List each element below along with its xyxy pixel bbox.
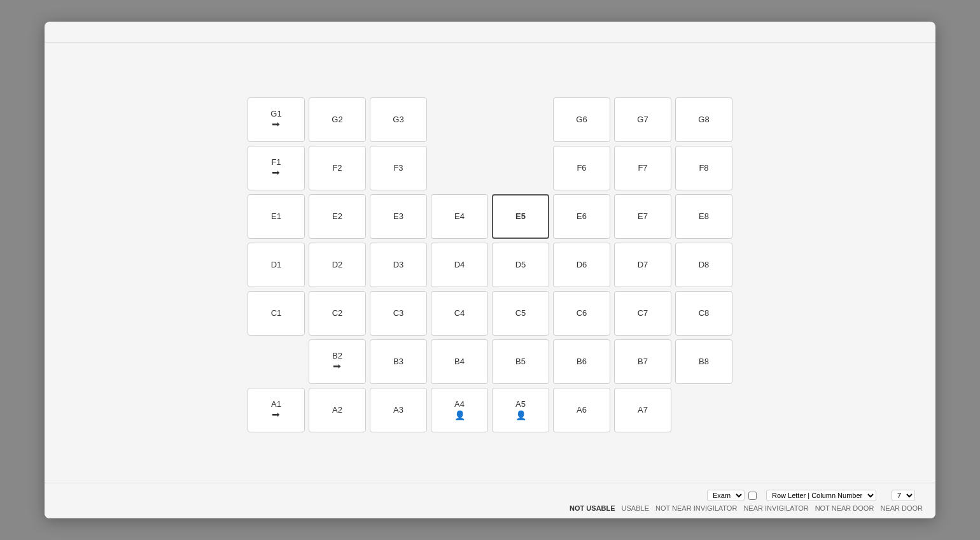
legend-item-near-invigilator[interactable]: NEAR INVIGILATOR [743,504,808,512]
seat-E3[interactable]: E3 [370,194,427,239]
seat-A6[interactable]: A6 [553,388,610,432]
seat-C5[interactable]: C5 [492,291,549,336]
seat-label: F7 [638,163,647,173]
default-for-room-checkbox[interactable] [748,492,757,500]
seat-C2[interactable]: C2 [309,291,366,336]
seat-B4[interactable]: B4 [431,339,488,384]
seat-C7[interactable]: C7 [614,291,671,336]
layout-type-select[interactable]: Exam [707,490,745,501]
seat-E5[interactable]: E5 [492,194,549,239]
seat-label: G8 [698,115,709,124]
seat-G3[interactable]: G3 [370,97,427,142]
seat-label: E6 [577,211,587,221]
person-icon: 👤 [454,410,465,420]
seat-labels-select[interactable]: Row Letter | Column Number [766,490,876,501]
legend-row: NOT USABLEUSABLENOT NEAR INVIGILATORNEAR… [570,504,923,512]
seat-label: A3 [393,405,403,415]
default-for-room-label [748,492,759,500]
seat-label: C6 [577,308,587,318]
seat-A5[interactable]: A5👤 [492,388,549,432]
close-button[interactable] [913,32,923,37]
seat-label: E2 [332,211,342,221]
seat-D6[interactable]: D6 [553,243,610,287]
seat-B2[interactable]: B2⮕ [309,339,366,384]
footer-right: Exam Row Letter | Column Number 7 [570,490,923,512]
seat-D7[interactable]: D7 [614,243,671,287]
seat-label: C2 [332,308,343,318]
columns-select[interactable]: 7 [892,490,915,501]
seat-F2[interactable]: F2 [309,146,366,190]
seat-label: B6 [577,357,587,366]
legend-item-not-usable[interactable]: NOT USABLE [570,504,615,512]
seat-F3[interactable]: F3 [370,146,427,190]
seat-label: A1 [271,399,281,409]
seat-G6[interactable]: G6 [553,97,610,142]
legend-item-near-door[interactable]: NEAR DOOR [880,504,923,512]
seat-E2[interactable]: E2 [309,194,366,239]
seat-D8[interactable]: D8 [675,243,732,287]
modal-body: G1⮕G2G3G6G7G8F1⮕F2F3F6F7F8E1E2E3E4E5E6E7… [45,43,935,483]
seat-D3[interactable]: D3 [370,243,427,287]
seat-E6[interactable]: E6 [553,194,610,239]
seat-B3[interactable]: B3 [370,339,427,384]
seat-A4[interactable]: A4👤 [431,388,488,432]
seat-C4[interactable]: C4 [431,291,488,336]
person-icon: 👤 [515,410,526,420]
seat-F1[interactable]: F1⮕ [248,146,305,190]
seat-D1[interactable]: D1 [248,243,305,287]
seat-A2[interactable]: A2 [309,388,366,432]
seat-B6[interactable]: B6 [553,339,610,384]
seat-A7[interactable]: A7 [614,388,671,432]
seat-B5[interactable]: B5 [492,339,549,384]
seat-row-E: E1E2E3E4E5E6E7E8 [248,194,732,239]
legend-item-not-near-door[interactable]: NOT NEAR DOOR [815,504,874,512]
seat-label: F6 [577,163,586,173]
seat-label: B8 [699,357,709,366]
seat-gap [431,97,488,142]
seat-label: A7 [638,405,648,415]
seat-row-D: D1D2D3D4D5D6D7D8 [248,243,732,287]
seat-label: F1 [271,157,281,167]
seat-label: B7 [638,357,648,366]
seat-G8[interactable]: G8 [675,97,732,142]
seat-label: G7 [637,115,648,124]
modal-footer: Exam Row Letter | Column Number 7 [45,483,935,518]
seat-E4[interactable]: E4 [431,194,488,239]
legend-item-usable[interactable]: USABLE [622,504,649,512]
seat-label: B5 [515,357,526,366]
seating-area: G1⮕G2G3G6G7G8F1⮕F2F3F6F7F8E1E2E3E4E5E6E7… [64,55,916,474]
seat-label: E1 [271,211,281,221]
seat-A3[interactable]: A3 [370,388,427,432]
seat-G1[interactable]: G1⮕ [248,97,305,142]
seat-C6[interactable]: C6 [553,291,610,336]
seat-label: C8 [699,308,710,318]
seat-E1[interactable]: E1 [248,194,305,239]
seat-F6[interactable]: F6 [553,146,610,190]
footer-controls: Exam Row Letter | Column Number 7 [703,490,923,501]
seat-E8[interactable]: E8 [675,194,732,239]
seat-label: A4 [454,399,465,409]
seat-E7[interactable]: E7 [614,194,671,239]
seat-G7[interactable]: G7 [614,97,671,142]
seat-F7[interactable]: F7 [614,146,671,190]
seat-label: D5 [515,260,526,269]
seat-row-B: B2⮕B3B4B5B6B7B8 [248,339,732,384]
seat-label: A2 [332,405,342,415]
seat-D4[interactable]: D4 [431,243,488,287]
seat-A1[interactable]: A1⮕ [248,388,305,432]
seat-D2[interactable]: D2 [309,243,366,287]
seat-B8[interactable]: B8 [675,339,732,384]
legend-item-not-near-invigilator[interactable]: NOT NEAR INVIGILATOR [655,504,737,512]
seat-label: D1 [271,260,282,269]
seat-label: C1 [271,308,282,318]
seat-label: G1 [270,109,281,118]
seat-D5[interactable]: D5 [492,243,549,287]
seat-label: B3 [393,357,403,366]
seat-C1[interactable]: C1 [248,291,305,336]
seat-C8[interactable]: C8 [675,291,732,336]
seat-G2[interactable]: G2 [309,97,366,142]
seat-B7[interactable]: B7 [614,339,671,384]
seat-F8[interactable]: F8 [675,146,732,190]
seat-label: B4 [454,357,465,366]
seat-C3[interactable]: C3 [370,291,427,336]
